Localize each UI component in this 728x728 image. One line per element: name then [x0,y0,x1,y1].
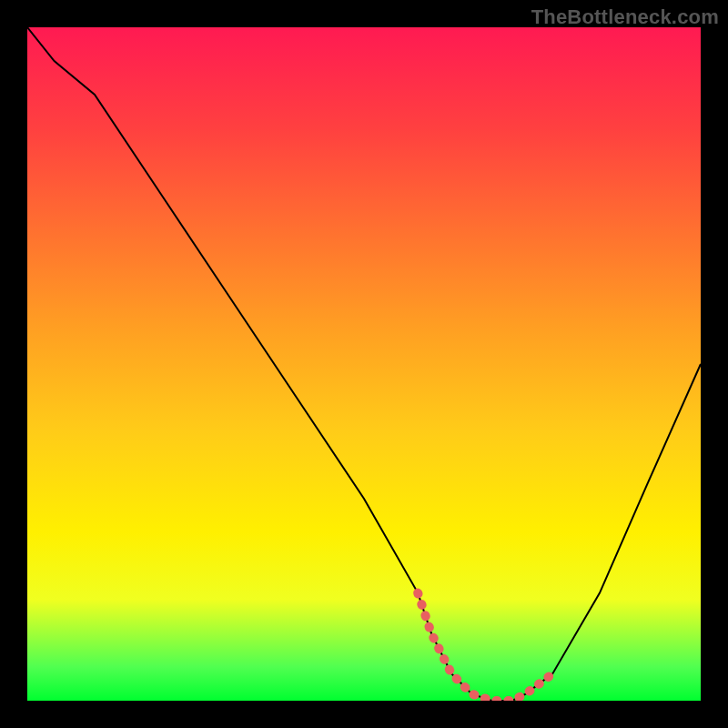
plot-area [27,27,701,701]
watermark-text: TheBottleneck.com [531,5,719,29]
chart-container: TheBottleneck.com [0,0,728,728]
flat-zone-highlight [418,593,552,701]
chart-svg [27,27,701,701]
curve-line [27,27,701,701]
